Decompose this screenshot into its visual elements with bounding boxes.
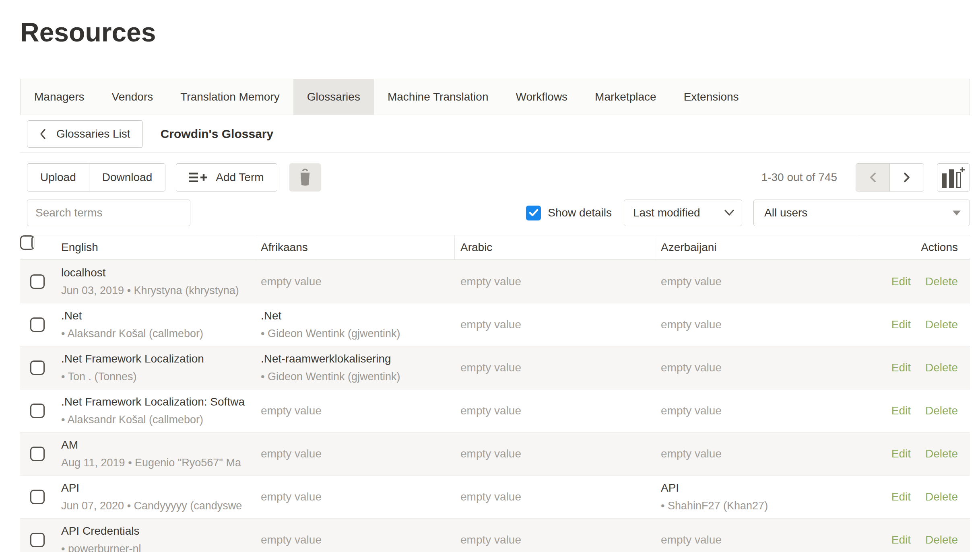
row-checkbox[interactable]	[30, 317, 45, 332]
chevron-down-icon	[724, 210, 734, 216]
term-detail: Aug 11, 2019 • Eugenio "Ryo567" Ma	[61, 457, 249, 469]
users-select-value: All users	[764, 206, 807, 219]
empty-value: empty value	[460, 318, 649, 331]
tabs: ManagersVendorsTranslation MemoryGlossar…	[20, 79, 970, 115]
chevron-left-icon	[39, 128, 46, 140]
row-checkbox[interactable]	[30, 274, 45, 289]
cell-actions: Edit Delete	[857, 476, 970, 518]
cell-afrikaans: .Net• Gideon Wentink (gjwentink)	[255, 303, 455, 346]
select-all-checkbox[interactable]	[31, 235, 35, 250]
row-checkbox[interactable]	[30, 360, 45, 375]
cell-actions: Edit Delete	[857, 346, 970, 389]
cell-english: AMAug 11, 2019 • Eugenio "Ryo567" Ma	[56, 433, 255, 475]
tab-extensions[interactable]: Extensions	[670, 79, 753, 115]
term-detail: • Gideon Wentink (gjwentink)	[261, 371, 448, 383]
column-header-arabic: Arabic	[455, 235, 655, 260]
term-text: localhost	[61, 266, 249, 279]
term-detail: • ShahinF27 (Khan27)	[661, 500, 851, 512]
next-page-button[interactable]	[890, 164, 924, 191]
term-detail: • Gideon Wentink (gjwentink)	[261, 327, 448, 340]
prev-page-button[interactable]	[856, 164, 890, 191]
table-header: English Afrikaans Arabic Azerbaijani Act…	[20, 235, 970, 260]
empty-value: empty value	[460, 447, 649, 460]
cell-arabic: empty value	[455, 476, 655, 518]
checkmark-icon	[529, 209, 538, 217]
term-text: .Net Framework Localization: Softwa	[61, 395, 249, 408]
dropdown-arrow-icon	[953, 211, 961, 216]
delete-terms-button[interactable]	[289, 163, 321, 192]
sort-select[interactable]: Last modified	[624, 200, 742, 226]
cell-actions: Edit Delete	[857, 260, 970, 303]
edit-link[interactable]: Edit	[891, 404, 911, 417]
term-text: API Credentials	[61, 525, 249, 538]
tab-marketplace[interactable]: Marketplace	[581, 79, 670, 115]
sort-select-value: Last modified	[633, 206, 700, 219]
edit-link[interactable]: Edit	[891, 361, 911, 374]
edit-link[interactable]: Edit	[891, 533, 911, 546]
edit-link[interactable]: Edit	[891, 318, 911, 331]
edit-link[interactable]: Edit	[891, 275, 911, 288]
delete-link[interactable]: Delete	[925, 533, 958, 546]
back-button-label: Glossaries List	[56, 128, 130, 140]
cell-english: APIJun 07, 2020 • Candyyyyy (candyswe	[56, 476, 255, 518]
row-checkbox[interactable]	[30, 490, 45, 504]
tab-vendors[interactable]: Vendors	[98, 79, 167, 115]
row-checkbox[interactable]	[30, 447, 45, 461]
column-header-actions: Actions	[857, 235, 970, 260]
cell-afrikaans: empty value	[255, 519, 455, 552]
cell-afrikaans: empty value	[255, 433, 455, 475]
delete-link[interactable]: Delete	[925, 404, 958, 417]
term-text: .Net	[61, 309, 249, 322]
empty-value: empty value	[661, 447, 851, 460]
edit-link[interactable]: Edit	[891, 447, 911, 460]
empty-value: empty value	[460, 275, 649, 288]
tab-machine-translation[interactable]: Machine Translation	[374, 79, 502, 115]
empty-value: empty value	[261, 404, 448, 417]
columns-plus-icon	[942, 167, 965, 188]
tab-glossaries[interactable]: Glossaries	[293, 79, 374, 115]
add-term-button[interactable]: Add Term	[176, 163, 277, 192]
tab-managers[interactable]: Managers	[21, 79, 98, 115]
download-button[interactable]: Download	[89, 163, 166, 192]
glossaries-list-back-button[interactable]: Glossaries List	[27, 120, 143, 148]
delete-link[interactable]: Delete	[925, 275, 958, 288]
tab-translation-memory[interactable]: Translation Memory	[167, 79, 293, 115]
cell-actions: Edit Delete	[857, 303, 970, 346]
breadcrumb: Glossaries List Crowdin's Glossary	[20, 115, 970, 153]
cell-english: .Net Framework Localization• Ton . (Tonn…	[56, 346, 255, 389]
delete-link[interactable]: Delete	[925, 361, 958, 374]
empty-value: empty value	[661, 318, 851, 331]
cell-arabic: empty value	[455, 303, 655, 346]
manage-columns-button[interactable]	[937, 163, 970, 192]
cell-actions: Edit Delete	[857, 389, 970, 432]
empty-value: empty value	[661, 533, 851, 546]
users-select[interactable]: All users	[753, 200, 970, 226]
empty-value: empty value	[261, 275, 448, 288]
upload-button[interactable]: Upload	[27, 163, 89, 192]
empty-value: empty value	[261, 490, 448, 503]
cell-english: .Net Framework Localization: Softwa• Ala…	[56, 389, 255, 432]
column-header-afrikaans: Afrikaans	[255, 235, 455, 260]
tab-workflows[interactable]: Workflows	[502, 79, 581, 115]
edit-link[interactable]: Edit	[891, 490, 911, 503]
row-checkbox[interactable]	[30, 533, 45, 547]
empty-value: empty value	[460, 361, 649, 374]
row-checkbox[interactable]	[30, 404, 45, 418]
delete-link[interactable]: Delete	[925, 318, 958, 331]
glossary-title: Crowdin's Glossary	[161, 127, 274, 141]
table-row: .Net Framework Localization• Ton . (Tonn…	[20, 346, 970, 389]
term-detail: • powerburner-nl	[61, 543, 249, 552]
delete-link[interactable]: Delete	[925, 447, 958, 460]
delete-link[interactable]: Delete	[925, 490, 958, 503]
pager	[856, 163, 924, 192]
show-details-label[interactable]: Show details	[548, 206, 612, 219]
search-input[interactable]	[27, 200, 190, 226]
chevron-right-icon	[903, 171, 911, 183]
term-detail: Jun 07, 2020 • Candyyyyy (candyswe	[61, 500, 249, 512]
upload-download-group: Upload Download	[27, 163, 165, 192]
term-detail: Jun 03, 2019 • Khrystyna (khrystyna)	[61, 284, 249, 297]
show-details-toggle[interactable]: Show details	[526, 206, 612, 220]
terms-table: English Afrikaans Arabic Azerbaijani Act…	[20, 235, 970, 552]
term-text: API	[61, 482, 249, 494]
show-details-checkbox[interactable]	[526, 206, 541, 220]
